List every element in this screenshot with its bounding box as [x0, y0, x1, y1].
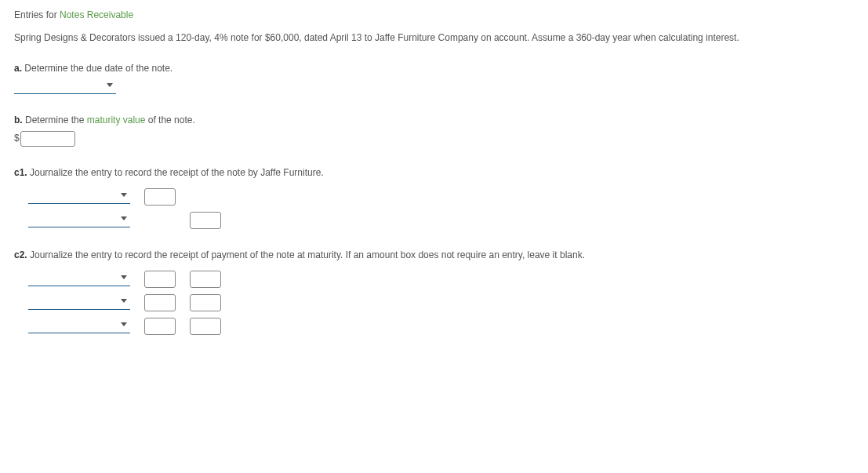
part-c1-text: Journalize the entry to record the recei…	[27, 167, 324, 178]
table-row	[28, 212, 854, 229]
c2-account-dropdown-2[interactable]	[28, 296, 130, 310]
table-row	[28, 318, 854, 335]
maturity-value-link[interactable]: maturity value	[87, 115, 146, 126]
c1-credit-input-2[interactable]	[190, 212, 221, 229]
part-b-prompt: b. Determine the maturity value of the n…	[14, 113, 854, 128]
c2-credit-input-3[interactable]	[190, 318, 221, 335]
part-b-text-pre: Determine the	[23, 115, 87, 126]
chevron-down-icon	[121, 216, 127, 220]
problem-statement: Spring Designs & Decorators issued a 120…	[14, 31, 854, 45]
c1-debit-input-1[interactable]	[144, 188, 176, 206]
part-c2-prompt: c2. Journalize the entry to record the r…	[14, 248, 854, 263]
c2-account-dropdown-1[interactable]	[28, 272, 130, 286]
chevron-down-icon	[121, 322, 127, 326]
notes-receivable-link[interactable]: Notes Receivable	[60, 9, 133, 20]
part-c1-prompt: c1. Journalize the entry to record the r…	[14, 166, 854, 180]
c2-debit-input-1[interactable]	[144, 271, 176, 288]
c2-credit-input-2[interactable]	[190, 294, 221, 311]
page-title: Entries for Notes Receivable	[14, 8, 854, 23]
part-a-label: a.	[14, 63, 22, 74]
table-row	[28, 294, 854, 311]
c2-debit-input-2[interactable]	[144, 294, 176, 311]
maturity-value-row: $	[14, 131, 854, 147]
part-c2: c2. Journalize the entry to record the r…	[14, 248, 854, 335]
c1-journal-table	[28, 188, 854, 229]
spacer	[190, 188, 221, 206]
c2-debit-input-3[interactable]	[144, 318, 176, 335]
spacer	[144, 212, 176, 229]
part-a-text: Determine the due date of the note.	[22, 63, 173, 74]
chevron-down-icon	[107, 83, 113, 87]
due-date-dropdown[interactable]	[14, 80, 116, 94]
part-b: b. Determine the maturity value of the n…	[14, 113, 854, 147]
c2-account-dropdown-3[interactable]	[28, 319, 130, 333]
part-a: a. Determine the due date of the note.	[14, 61, 854, 93]
c2-credit-input-1[interactable]	[190, 271, 221, 288]
part-b-label: b.	[14, 115, 23, 126]
part-a-prompt: a. Determine the due date of the note.	[14, 61, 854, 76]
part-c1: c1. Journalize the entry to record the r…	[14, 166, 854, 229]
chevron-down-icon	[121, 299, 127, 303]
part-c1-label: c1.	[14, 167, 27, 178]
c1-account-dropdown-2[interactable]	[28, 213, 130, 227]
table-row	[28, 271, 854, 288]
maturity-value-input[interactable]	[20, 131, 75, 147]
chevron-down-icon	[121, 193, 127, 197]
c1-account-dropdown-1[interactable]	[28, 190, 130, 204]
part-c2-text: Journalize the entry to record the recei…	[27, 249, 585, 260]
chevron-down-icon	[121, 275, 127, 279]
part-c2-label: c2.	[14, 249, 27, 260]
c2-journal-table	[28, 271, 854, 335]
dollar-sign: $	[14, 133, 20, 144]
title-prefix: Entries for	[14, 9, 60, 20]
part-b-text-post: of the note.	[145, 115, 194, 126]
table-row	[28, 188, 854, 206]
